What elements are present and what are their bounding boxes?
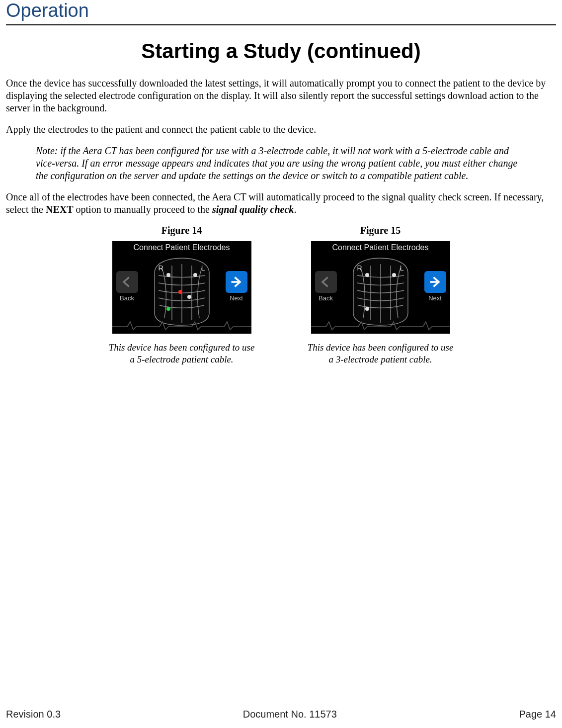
back-label: Back xyxy=(313,294,339,302)
p3-text-b: option to manually proceed to the xyxy=(74,204,212,215)
electrode-dot xyxy=(178,290,182,294)
p3-next-bold: NEXT xyxy=(46,204,74,215)
figures-row: Figure 14 Connect Patient Electrodes Bac… xyxy=(6,225,556,365)
screen-title: Connect Patient Electrodes xyxy=(112,243,251,252)
arrow-left-icon xyxy=(116,271,138,293)
lead-r-label: R xyxy=(159,264,163,272)
paragraph-1: Once the device has successfully downloa… xyxy=(6,77,556,114)
page-footer: Revision 0.3 Document No. 11573 Page 14 xyxy=(6,709,556,720)
footer-docno: Document No. 11573 xyxy=(243,709,337,720)
arrow-left-icon xyxy=(315,271,337,293)
next-label: Next xyxy=(224,294,249,302)
figure-14-label: Figure 14 xyxy=(161,225,202,236)
device-screen-5-electrode: Connect Patient Electrodes Back Next xyxy=(112,241,251,334)
electrode-dot xyxy=(166,307,170,311)
lead-l-label: L xyxy=(400,264,404,272)
electrode-dot xyxy=(365,273,369,277)
p3-text-c: . xyxy=(294,204,296,215)
paragraph-3: Once all of the electrodes have been con… xyxy=(6,191,556,216)
screen-title: Connect Patient Electrodes xyxy=(311,243,450,252)
electrode-dot xyxy=(166,273,170,277)
next-button[interactable]: Next xyxy=(422,271,448,302)
section-divider xyxy=(6,24,556,25)
device-screen-3-electrode: Connect Patient Electrodes Back Next xyxy=(311,241,450,334)
back-button[interactable]: Back xyxy=(313,271,339,302)
figure-15-caption: This device has been configured to use a… xyxy=(306,342,455,365)
arrow-right-icon xyxy=(226,271,247,293)
electrode-dot xyxy=(365,307,369,311)
section-header: Operation xyxy=(6,0,556,21)
electrode-dot xyxy=(392,273,396,277)
electrode-dot xyxy=(193,273,197,277)
figure-15-label: Figure 15 xyxy=(360,225,401,236)
p3-signal-quality-check: signal quality check xyxy=(212,204,294,215)
paragraph-2: Apply the electrodes to the patient and … xyxy=(6,123,556,136)
arrow-right-icon xyxy=(424,271,446,293)
electrode-dot xyxy=(187,295,191,299)
ecg-waveform-icon xyxy=(112,318,251,332)
figure-14: Figure 14 Connect Patient Electrodes Bac… xyxy=(107,225,256,365)
torso-diagram: R L xyxy=(145,253,219,328)
ecg-waveform-icon xyxy=(311,318,450,332)
page-title: Starting a Study (continued) xyxy=(6,39,556,63)
lead-l-label: L xyxy=(201,264,205,272)
figure-14-caption: This device has been configured to use a… xyxy=(107,342,256,365)
footer-page: Page 14 xyxy=(519,709,556,720)
torso-diagram: R L xyxy=(343,253,418,328)
back-button[interactable]: Back xyxy=(114,271,140,302)
lead-r-label: R xyxy=(357,264,362,272)
figure-15: Figure 15 Connect Patient Electrodes Bac… xyxy=(306,225,455,365)
note-block: Note: if the Aera CT has been configured… xyxy=(36,145,526,182)
next-button[interactable]: Next xyxy=(224,271,249,302)
next-label: Next xyxy=(422,294,448,302)
back-label: Back xyxy=(114,294,140,302)
footer-revision: Revision 0.3 xyxy=(6,709,61,720)
